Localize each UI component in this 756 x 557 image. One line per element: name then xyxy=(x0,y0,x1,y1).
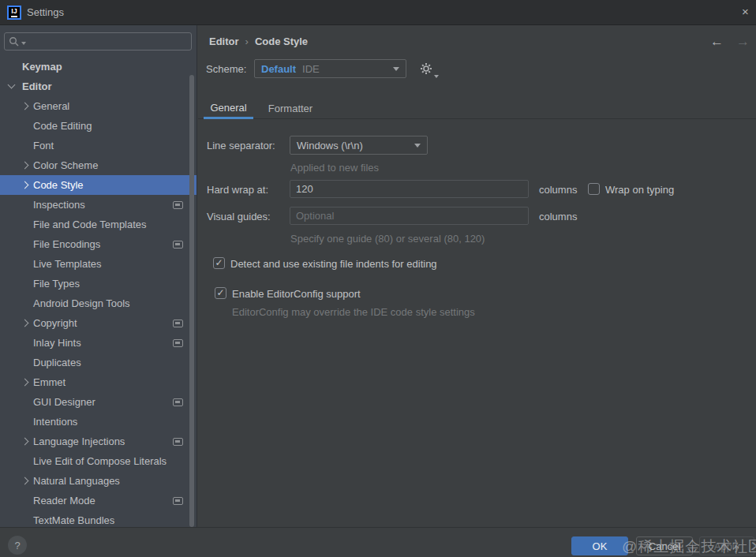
tab-formatter[interactable]: Formatter xyxy=(264,98,317,119)
sidebar-item-label: Language Injections xyxy=(33,436,125,447)
hard-wrap-label: Hard wrap at: xyxy=(207,184,268,196)
per-project-settings-icon xyxy=(173,241,183,249)
editorconfig-label[interactable]: Enable EditorConfig support xyxy=(232,288,361,300)
sidebar-item-language-injections[interactable]: Language Injections xyxy=(0,432,197,451)
sidebar-item-inlay-hints[interactable]: Inlay Hints xyxy=(0,333,197,353)
settings-dialog: IJ Settings × KeymapEditorGeneralCode Ed… xyxy=(0,0,756,557)
sidebar-item-duplicates[interactable]: Duplicates xyxy=(0,353,197,372)
chevron-down-icon xyxy=(434,75,439,78)
per-project-settings-icon xyxy=(173,398,183,406)
sidebar-item-label: Inspections xyxy=(33,199,85,211)
tab-general[interactable]: General xyxy=(204,98,253,119)
detect-indents-label[interactable]: Detect and use existing file indents for… xyxy=(230,258,437,270)
hard-wrap-input[interactable] xyxy=(290,180,529,198)
sidebar-item-label: Reader Mode xyxy=(33,495,95,507)
chevron-down-icon xyxy=(393,67,399,71)
sidebar-item-label: General xyxy=(33,100,69,112)
sidebar-item-label: Live Edit of Compose Literals xyxy=(33,455,167,467)
wrap-on-typing-checkbox[interactable] xyxy=(588,183,600,195)
sidebar-item-label: Copyright xyxy=(33,317,77,329)
sidebar-item-code-editing[interactable]: Code Editing xyxy=(0,116,197,136)
back-arrow-icon[interactable]: ← xyxy=(710,34,724,49)
sidebar-item-label: Font xyxy=(33,140,54,151)
scheme-label: Scheme: xyxy=(206,63,246,75)
title-bar: IJ Settings × xyxy=(0,0,756,25)
line-separator-hint: Applied to new files xyxy=(290,162,379,174)
breadcrumb-editor[interactable]: Editor xyxy=(209,36,239,47)
window-title: Settings xyxy=(27,6,64,18)
sidebar-item-copyright[interactable]: Copyright xyxy=(0,313,197,333)
sidebar-item-label: Keymap xyxy=(22,61,62,73)
detect-indents-checkbox[interactable] xyxy=(213,257,225,269)
intellij-logo-icon: IJ xyxy=(7,6,21,20)
settings-sidebar: KeymapEditorGeneralCode EditingFontColor… xyxy=(0,25,197,527)
sidebar-item-color-scheme[interactable]: Color Scheme xyxy=(0,155,197,175)
chevron-right-icon[interactable] xyxy=(21,438,29,446)
tab-strip: General Formatter xyxy=(198,98,756,119)
sidebar-item-gui-designer[interactable]: GUI Designer xyxy=(0,392,197,412)
sidebar-item-label: Live Templates xyxy=(33,258,101,270)
watermark: @稀土掘金技术社区 xyxy=(622,536,756,557)
per-project-settings-icon xyxy=(173,320,183,327)
chevron-right-icon[interactable] xyxy=(21,181,29,189)
sidebar-item-label: TextMate Bundles xyxy=(33,514,114,526)
sidebar-item-code-style[interactable]: Code Style xyxy=(0,175,197,195)
sidebar-item-file-types[interactable]: File Types xyxy=(0,274,197,293)
breadcrumb-separator: › xyxy=(239,36,255,47)
sidebar-item-file-and-code-templates[interactable]: File and Code Templates xyxy=(0,215,197,234)
search-filter-caret-icon[interactable] xyxy=(21,42,26,45)
chevron-right-icon[interactable] xyxy=(21,379,29,387)
sidebar-item-general[interactable]: General xyxy=(0,96,197,116)
wrap-on-typing-label[interactable]: Wrap on typing xyxy=(605,184,674,196)
history-navigation: ←→ xyxy=(710,34,750,50)
sidebar-item-textmate-bundles[interactable]: TextMate Bundles xyxy=(0,510,197,527)
editorconfig-hint: EditorConfig may override the IDE code s… xyxy=(232,306,475,318)
sidebar-item-live-edit-of-compose-literals[interactable]: Live Edit of Compose Literals xyxy=(0,451,197,471)
sidebar-item-live-templates[interactable]: Live Templates xyxy=(0,254,197,274)
sidebar-item-label: Natural Languages xyxy=(33,475,120,487)
visual-guides-columns-label: columns xyxy=(539,211,577,222)
sidebar-item-editor[interactable]: Editor xyxy=(0,77,197,96)
line-separator-label: Line separator: xyxy=(207,140,275,151)
sidebar-scrollbar[interactable] xyxy=(189,75,194,527)
sidebar-item-label: Android Design Tools xyxy=(33,297,130,309)
per-project-settings-icon xyxy=(173,339,183,347)
visual-guides-hint: Specify one guide (80) or several (80, 1… xyxy=(290,233,485,245)
sidebar-item-font[interactable]: Font xyxy=(0,136,197,155)
chevron-down-icon[interactable] xyxy=(8,81,16,89)
sidebar-item-natural-languages[interactable]: Natural Languages xyxy=(0,471,197,491)
sidebar-item-inspections[interactable]: Inspections xyxy=(0,195,197,215)
search-input[interactable] xyxy=(4,32,192,50)
chevron-right-icon[interactable] xyxy=(21,103,29,110)
ok-button[interactable]: OK xyxy=(571,536,628,555)
visual-guides-label: Visual guides: xyxy=(207,211,271,222)
sidebar-item-intentions[interactable]: Intentions xyxy=(0,412,197,432)
sidebar-item-emmet[interactable]: Emmet xyxy=(0,372,197,392)
scheme-actions-button[interactable] xyxy=(420,62,436,77)
forward-arrow-icon[interactable]: → xyxy=(736,34,750,49)
close-icon[interactable]: × xyxy=(742,5,756,21)
sidebar-item-label: Emmet xyxy=(33,376,65,388)
sidebar-item-label: File Types xyxy=(33,278,80,290)
scheme-select[interactable]: Default IDE xyxy=(254,59,406,78)
breadcrumb-code-style: Code Style xyxy=(255,36,308,47)
hard-wrap-columns-label: columns xyxy=(539,184,577,196)
sidebar-item-label: Inlay Hints xyxy=(33,337,81,349)
line-separator-select[interactable]: Windows (\r\n) xyxy=(290,136,428,155)
per-project-settings-icon xyxy=(173,497,183,505)
breadcrumb: Editor›Code Style xyxy=(209,36,308,47)
chevron-right-icon[interactable] xyxy=(21,477,29,485)
chevron-right-icon[interactable] xyxy=(21,162,29,170)
visual-guides-input[interactable] xyxy=(290,207,529,225)
sidebar-item-label: Code Style xyxy=(33,179,84,191)
sidebar-item-label: Duplicates xyxy=(33,357,81,368)
sidebar-item-android-design-tools[interactable]: Android Design Tools xyxy=(0,293,197,313)
sidebar-item-reader-mode[interactable]: Reader Mode xyxy=(0,491,197,510)
sidebar-item-keymap[interactable]: Keymap xyxy=(0,57,197,77)
editorconfig-checkbox[interactable] xyxy=(215,287,226,299)
help-button[interactable]: ? xyxy=(8,536,27,555)
search-icon xyxy=(9,36,20,47)
line-separator-value: Windows (\r\n) xyxy=(297,140,363,151)
chevron-right-icon[interactable] xyxy=(21,320,29,327)
sidebar-item-file-encodings[interactable]: File Encodings xyxy=(0,234,197,254)
